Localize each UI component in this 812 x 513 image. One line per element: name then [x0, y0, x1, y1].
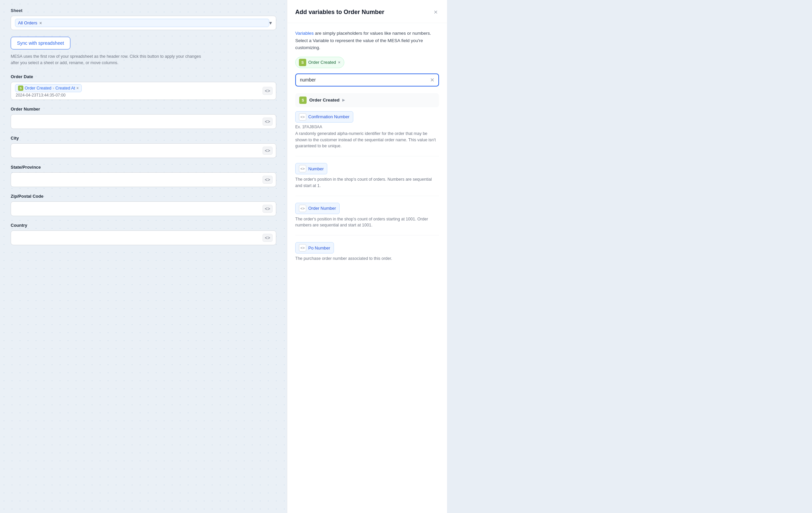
trigger-tag-close-icon[interactable]: ×	[338, 60, 341, 65]
state-province-code-icon[interactable]: <>	[263, 176, 272, 184]
country-code-icon[interactable]: <>	[263, 234, 272, 242]
search-input[interactable]	[300, 77, 427, 82]
order-date-input[interactable]: S Order Created › Created At × 2024-04-2…	[11, 82, 276, 100]
variable-tag-confirmation-number[interactable]: <> Confirmation Number	[295, 111, 353, 123]
sheet-tag-close-icon[interactable]: ×	[39, 21, 42, 25]
variables-intro: Variables are simply placeholders for va…	[295, 30, 439, 51]
po-number-desc: The purchase order number associated to …	[295, 255, 439, 262]
variables-section: S Order Created ▶ <> Confirmation Number…	[295, 93, 439, 269]
variables-section-header: S Order Created ▶	[295, 93, 439, 107]
order-number-label: Order Number	[11, 107, 276, 112]
section-header-label: Order Created	[309, 98, 340, 103]
order-date-token-row: S Order Created › Created At ×	[15, 84, 272, 92]
sheet-section-label: Sheet	[11, 8, 276, 13]
state-province-label: State/Province	[11, 165, 276, 170]
field-section-country: Country <>	[11, 223, 276, 245]
field-section-order-number: Order Number <>	[11, 107, 276, 129]
order-number-var-label: Order Number	[308, 206, 336, 211]
search-box[interactable]: ✕	[295, 74, 439, 86]
po-number-code-icon: <>	[299, 244, 306, 251]
variable-tag-number[interactable]: <> Number	[295, 163, 327, 174]
number-code-icon: <>	[299, 165, 306, 172]
variables-panel: Add variables to Order Number × Variable…	[287, 0, 447, 513]
zip-postal-label: Zip/Postal Code	[11, 194, 276, 199]
variables-link[interactable]: Variables	[295, 31, 314, 36]
city-code-icon[interactable]: <>	[263, 146, 272, 155]
main-content: Sheet All Orders × ▾ Sync with spreadshe…	[0, 0, 287, 513]
po-number-label: Po Number	[308, 245, 330, 250]
sheet-select-dropdown[interactable]: All Orders × ▾	[11, 16, 276, 30]
number-label: Number	[308, 166, 324, 171]
city-label: City	[11, 136, 276, 141]
panel-title: Add variables to Order Number	[295, 9, 384, 16]
order-date-label: Order Date	[11, 74, 276, 79]
field-section-order-date: Order Date S Order Created › Created At …	[11, 74, 276, 100]
zip-postal-code-icon[interactable]: <>	[263, 205, 272, 213]
search-clear-icon[interactable]: ✕	[430, 77, 434, 83]
panel-body: Variables are simply placeholders for va…	[287, 23, 447, 282]
confirmation-number-desc: A randomly generated alpha-numeric ident…	[295, 131, 439, 149]
country-input[interactable]: <>	[11, 231, 276, 245]
sheet-section: Sheet All Orders × ▾	[11, 8, 276, 30]
field-section-state-province: State/Province <>	[11, 165, 276, 187]
sheet-tag: All Orders ×	[15, 19, 269, 27]
order-number-input[interactable]: <>	[11, 114, 276, 129]
state-province-input[interactable]: <>	[11, 172, 276, 187]
city-input[interactable]: <>	[11, 143, 276, 158]
confirmation-number-label: Confirmation Number	[308, 114, 350, 119]
sync-hint-text: MESA uses the first row of your spreadsh…	[11, 53, 204, 66]
variable-tag-po-number[interactable]: <> Po Number	[295, 242, 334, 253]
order-date-preview: 2024-04-23T13:44:35-07:00	[15, 93, 65, 98]
confirmation-number-example: Ex. 1FAJ8I3AA	[295, 125, 439, 129]
arrow-right-icon: ›	[53, 86, 54, 90]
sheet-tag-label: All Orders	[18, 20, 37, 25]
variable-item-po-number: <> Po Number The purchase order number a…	[295, 242, 439, 269]
chevron-down-icon: ▾	[269, 20, 272, 26]
zip-postal-input[interactable]: <>	[11, 201, 276, 216]
order-date-code-icon[interactable]: <>	[263, 87, 272, 95]
variable-tag-order-number[interactable]: <> Order Number	[295, 203, 340, 214]
field-section-zip-postal: Zip/Postal Code <>	[11, 194, 276, 216]
field-section-city: City <>	[11, 136, 276, 158]
variables-intro-text: are simply placeholders for values like …	[295, 31, 431, 50]
order-number-var-code-icon: <>	[299, 205, 306, 212]
order-date-token-source: Order Created	[25, 86, 51, 90]
trigger-tag-label: Order Created	[308, 60, 336, 65]
sync-spreadsheet-button[interactable]: Sync with spreadsheet	[11, 37, 70, 49]
variable-item-order-number: <> Order Number The order's position in …	[295, 203, 439, 236]
trigger-shopify-icon: S	[299, 59, 306, 66]
panel-close-button[interactable]: ×	[432, 7, 439, 17]
order-date-token-close[interactable]: ×	[77, 86, 79, 90]
shopify-bag-icon: S	[18, 85, 23, 91]
variable-item-number: <> Number The order's position in the sh…	[295, 163, 439, 196]
section-expand-icon: ▶	[342, 98, 345, 102]
order-date-token: S Order Created › Created At ×	[15, 84, 82, 92]
number-desc: The order's position in the shop's count…	[295, 176, 439, 189]
confirmation-number-code-icon: <>	[299, 113, 306, 120]
country-label: Country	[11, 223, 276, 228]
order-number-var-desc: The order's position in the shop's count…	[295, 216, 439, 229]
order-number-code-icon[interactable]: <>	[263, 117, 272, 126]
variable-item-confirmation-number: <> Confirmation Number Ex. 1FAJ8I3AA A r…	[295, 111, 439, 156]
panel-header: Add variables to Order Number ×	[287, 0, 447, 23]
order-date-token-field: Created At	[55, 86, 75, 90]
section-shopify-icon: S	[299, 97, 307, 104]
selected-trigger-tag: S Order Created ×	[295, 57, 344, 68]
